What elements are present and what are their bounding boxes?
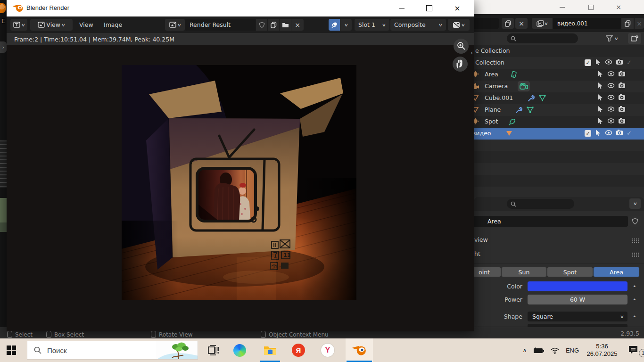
selectable-icon[interactable] [597, 117, 604, 124]
preview-panel-header[interactable]: view [474, 236, 644, 247]
render-close-button[interactable]: × [447, 0, 468, 16]
editor-mode-dropdown[interactable]: View ∨ [30, 19, 73, 31]
pan-hand-button[interactable] [453, 57, 468, 72]
panel-grip-icon[interactable] [632, 252, 639, 257]
task-view-button[interactable] [203, 338, 224, 362]
open-image-button[interactable] [280, 19, 291, 31]
render-camera-icon[interactable] [616, 58, 623, 65]
render-camera-icon[interactable] [618, 70, 626, 77]
editor-type-button[interactable]: ∨ [10, 19, 27, 31]
render-canvas[interactable]: 11 ‹ [7, 45, 474, 331]
outliner-row-plane[interactable]: Plane [474, 104, 644, 116]
start-button[interactable] [0, 338, 23, 362]
hide-eye-icon[interactable] [607, 117, 615, 124]
copy-image-button[interactable] [268, 19, 279, 31]
selectable-icon[interactable] [597, 106, 604, 113]
hide-eye-icon[interactable] [607, 70, 615, 77]
outliner-row-camera[interactable]: Camera [474, 81, 644, 92]
render-camera-icon[interactable] [618, 117, 626, 124]
copy-image-button[interactable] [621, 18, 634, 29]
outliner-row-cube001[interactable]: Cube.001 [474, 92, 644, 104]
shape-dropdown[interactable]: Square ∨ [528, 312, 627, 321]
sidebar-toggle-tab[interactable]: › [0, 41, 7, 53]
menu-view[interactable]: View [76, 19, 96, 31]
outliner-row-spot[interactable]: Spot [474, 116, 644, 128]
properties-search-input[interactable] [507, 199, 574, 209]
outliner-row-scene-collection[interactable]: e Collection [474, 45, 644, 57]
exclude-checkbox[interactable]: ✓ [585, 130, 591, 137]
new-collection-button[interactable] [628, 33, 641, 44]
copy-datablock-button[interactable] [502, 18, 514, 29]
panel-grip-icon[interactable] [632, 238, 639, 243]
outliner-row-area[interactable]: Area [474, 69, 644, 81]
hide-eye-icon[interactable] [607, 94, 615, 101]
outliner-row-collection[interactable]: Collection ✓ ✓ [474, 57, 644, 69]
browse-image-button[interactable]: ∨ [165, 19, 185, 31]
display-channels-button[interactable]: ∨ [448, 19, 470, 31]
blender-taskbar-button[interactable] [346, 338, 373, 362]
hide-eye-icon[interactable] [605, 58, 612, 66]
exclude-checkbox[interactable]: ✓ [585, 59, 591, 66]
render-pass-dropdown[interactable]: Composite ∨ [390, 19, 446, 31]
render-minimize-button[interactable] [391, 0, 412, 16]
hide-eye-icon[interactable] [607, 106, 615, 113]
selectable-icon[interactable] [594, 58, 602, 66]
light-name-field[interactable]: Area [474, 216, 628, 227]
clock-button[interactable]: 5:36 26.07.2025 [582, 343, 622, 358]
battery-button[interactable] [531, 347, 547, 354]
yandex-browser-button[interactable]: Я [287, 338, 310, 362]
hide-eye-icon[interactable] [605, 129, 612, 136]
language-button[interactable]: ENG [563, 347, 582, 354]
main-minimize-button[interactable] [551, 0, 573, 14]
region-chevron-left[interactable]: ‹ [471, 49, 473, 56]
animate-dot-icon[interactable]: • [633, 313, 636, 320]
tray-expand-button[interactable]: ∧ [519, 347, 531, 354]
selectable-icon[interactable] [597, 82, 604, 89]
render-camera-icon[interactable] [618, 82, 626, 89]
yandex-start-button[interactable]: Y [316, 338, 339, 362]
render-camera-icon[interactable] [616, 129, 623, 136]
image-datablock-field[interactable]: Render Result [185, 19, 256, 31]
unlink-datablock-button[interactable]: × [515, 18, 528, 29]
browse-image-button[interactable]: ∨ [532, 18, 553, 29]
pin-image-toggle[interactable] [329, 19, 340, 31]
light-type-area-selected[interactable]: Area [594, 267, 639, 277]
zoom-in-button[interactable] [454, 39, 469, 54]
selectable-icon[interactable] [597, 94, 604, 101]
notification-center-button[interactable]: 1 [622, 346, 644, 355]
hide-eye-icon[interactable] [607, 82, 615, 89]
light-panel-header[interactable]: ht [474, 250, 644, 262]
light-type-sun[interactable]: Sun [502, 267, 546, 277]
selectable-icon[interactable] [597, 70, 604, 77]
render-camera-icon[interactable] [618, 106, 626, 112]
render-camera-icon[interactable] [618, 94, 626, 100]
taskbar-search-input[interactable]: Поиск [27, 341, 198, 360]
unlink-image-button[interactable]: × [291, 19, 304, 31]
power-slider[interactable]: 60 W [528, 295, 627, 304]
wifi-button[interactable] [547, 347, 563, 354]
light-type-spot[interactable]: Spot [547, 267, 593, 277]
render-window-titlebar[interactable]: Blender Render × [7, 0, 474, 16]
menu-image[interactable]: Image [101, 19, 125, 31]
fake-user-shield-button[interactable] [256, 19, 267, 31]
selectable-icon[interactable] [594, 129, 602, 136]
filter-button[interactable]: ∨ [606, 33, 626, 43]
image-name-field[interactable]: видео.001 [553, 18, 626, 29]
render-maximize-button[interactable] [419, 0, 439, 16]
slot-dropdown[interactable]: Slot 1 ∨ [355, 19, 389, 31]
animate-dot-icon[interactable]: • [633, 296, 636, 303]
search-highlight-tree-image[interactable] [156, 341, 198, 360]
unlink-image-button[interactable]: × [635, 18, 644, 29]
properties-options-button[interactable]: ∨ [629, 198, 641, 209]
outliner-search-input[interactable] [507, 33, 578, 43]
outliner-row-video-selected[interactable]: видео ✓ ✓ [474, 128, 644, 140]
light-type-point[interactable]: oint [474, 267, 501, 277]
main-close-button[interactable]: × [608, 0, 629, 14]
animate-dot-icon[interactable]: • [633, 283, 636, 290]
light-color-swatch[interactable] [528, 281, 627, 291]
pin-options-chevron[interactable]: ∨ [340, 19, 352, 31]
file-explorer-button[interactable] [259, 338, 281, 362]
fake-user-shield-button[interactable] [629, 216, 641, 227]
edge-button[interactable] [228, 338, 251, 362]
main-restore-button[interactable] [580, 0, 602, 14]
